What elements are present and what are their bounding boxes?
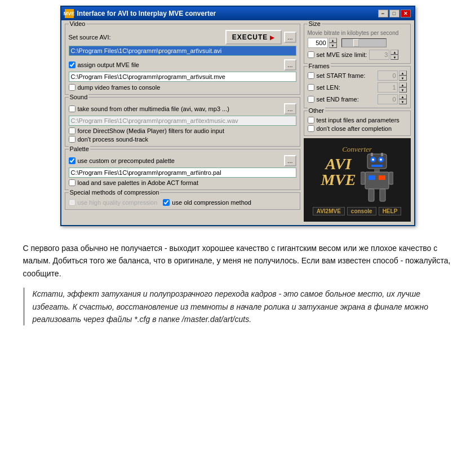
load-save-palette-label: load and save palettes in Adobe ACT form…: [78, 179, 198, 186]
limit-spinner: ▲ ▼: [369, 50, 398, 60]
quote-block: Кстати, эффект затухания и полупрозрачно…: [23, 288, 452, 325]
svg-point-3: [372, 158, 374, 161]
image-links: AVI2MVE console HELP: [313, 207, 402, 215]
sound-file-input[interactable]: [69, 116, 296, 126]
bitrate-input[interactable]: [308, 38, 328, 48]
end-frame-input[interactable]: [378, 94, 398, 104]
special-methods-label: Special methods of compression: [69, 189, 161, 196]
bitrate-spinner: ▲ ▼: [308, 38, 337, 48]
svg-rect-6: [381, 153, 383, 156]
frames-group: Frames set START frame: ▲ ▼ set LEN:: [304, 66, 411, 108]
end-frame-down-button[interactable]: ▼: [399, 99, 407, 104]
svg-rect-9: [365, 172, 389, 189]
bitrate-up-button[interactable]: ▲: [329, 38, 337, 43]
source-browse-button[interactable]: ...: [284, 32, 296, 43]
assign-output-label: assign output MVE file: [78, 61, 139, 68]
palette-group-label: Palette: [69, 146, 90, 152]
mve-text: MVE: [321, 172, 356, 188]
end-frame-up-button[interactable]: ▲: [399, 94, 407, 99]
start-frame-down-button[interactable]: ▼: [399, 76, 407, 81]
special-methods-row: use high quality compression use old com…: [69, 197, 296, 206]
start-frame-spinner: ▲ ▼: [378, 70, 407, 81]
palette-browse-button[interactable]: ...: [284, 155, 296, 166]
len-up-button[interactable]: ▲: [399, 82, 407, 87]
start-frame-spinner-buttons: ▲ ▼: [399, 70, 407, 81]
set-start-frame-label: set START frame:: [317, 72, 375, 79]
dont-process-checkbox[interactable]: [69, 136, 76, 143]
start-frame-row: set START frame: ▲ ▼: [308, 70, 407, 81]
help-link[interactable]: HELP: [379, 207, 402, 215]
len-down-button[interactable]: ▼: [399, 87, 407, 92]
size-limit-row: set MVE size limit: ▲ ▼: [308, 50, 407, 60]
avi2mve-link[interactable]: AVI2MVE: [313, 207, 345, 215]
old-compression-checkbox[interactable]: [163, 199, 170, 206]
title-bar: MVE Interface for AVI to Interplay MVE c…: [61, 7, 414, 20]
minimize-button[interactable]: −: [378, 10, 388, 17]
limit-down-button[interactable]: ▼: [390, 55, 398, 60]
window-title: Interface for AVI to Interplay MVE conve…: [77, 10, 216, 17]
bitrate-spinner-buttons: ▲ ▼: [329, 38, 337, 48]
set-len-checkbox[interactable]: [308, 84, 314, 91]
title-bar-left: MVE Interface for AVI to Interplay MVE c…: [65, 9, 216, 18]
set-size-limit-label: set MVE size limit:: [317, 51, 367, 58]
converter-image: Converter AVI MVE: [304, 138, 411, 222]
test-input-checkbox[interactable]: [308, 117, 314, 124]
assign-output-checkbox[interactable]: [69, 61, 76, 68]
sound-browse-button[interactable]: ...: [284, 103, 296, 114]
limit-input[interactable]: [369, 50, 389, 60]
set-source-label: Set source AVI:: [69, 34, 223, 41]
bitrate-description: Movie bitrate in kilobytes per second: [308, 30, 407, 36]
len-spinner-buttons: ▲ ▼: [399, 82, 407, 92]
special-methods-group: Special methods of compression use high …: [65, 192, 300, 210]
palette-file-input[interactable]: [69, 168, 296, 178]
end-frame-spinner-buttons: ▲ ▼: [399, 94, 407, 104]
svg-rect-12: [361, 172, 365, 184]
maximize-button[interactable]: □: [389, 10, 399, 17]
dont-close-label: don't close after completion: [317, 125, 392, 132]
bitrate-slider[interactable]: [341, 38, 387, 47]
size-group: Size Movie bitrate in kilobytes per seco…: [304, 24, 411, 64]
output-mve-input[interactable]: [69, 72, 296, 82]
close-button[interactable]: ✕: [401, 10, 411, 17]
set-end-frame-label: set END frame:: [317, 96, 375, 103]
execute-button[interactable]: EXECUTE ▶: [225, 30, 282, 45]
set-size-limit-checkbox[interactable]: [308, 51, 314, 58]
len-input[interactable]: [378, 82, 398, 92]
dont-process-label: don't process sound-track: [78, 136, 149, 143]
dump-frames-label: dump video frames to console: [78, 84, 161, 91]
start-frame-up-button[interactable]: ▲: [399, 70, 407, 76]
set-end-frame-checkbox[interactable]: [308, 96, 314, 103]
video-group-label: Video: [69, 20, 87, 27]
set-len-label: set LEN:: [317, 84, 375, 91]
robot-icon: [361, 153, 393, 204]
limit-up-button[interactable]: ▲: [390, 50, 398, 55]
palette-group: Palette use custom or precomputed palett…: [65, 149, 300, 190]
left-panel: Video Set source AVI: EXECUTE ▶ ... assi…: [65, 24, 300, 222]
assign-browse-button[interactable]: ...: [284, 59, 296, 70]
svg-rect-7: [371, 165, 383, 167]
dont-close-checkbox[interactable]: [308, 125, 314, 132]
quote-text: Кстати, эффект затухания и полупрозрачно…: [33, 288, 452, 325]
bitrate-row: ▲ ▼: [308, 38, 407, 48]
load-save-palette-checkbox[interactable]: [69, 179, 76, 186]
other-group-label: Other: [308, 107, 326, 114]
take-sound-checkbox[interactable]: [69, 105, 76, 112]
high-quality-checkbox[interactable]: [69, 199, 76, 206]
svg-rect-13: [389, 172, 393, 184]
slider-thumb: [353, 39, 359, 47]
window-content: Video Set source AVI: EXECUTE ▶ ... assi…: [61, 20, 414, 225]
take-sound-label: take sound from other multimedia file (a…: [78, 105, 229, 112]
source-avi-input[interactable]: [69, 46, 296, 56]
start-frame-input[interactable]: [378, 70, 398, 81]
use-custom-palette-checkbox[interactable]: [69, 157, 76, 164]
main-paragraph: С первого раза обычно не получается - вы…: [23, 242, 452, 280]
end-frame-row: set END frame: ▲ ▼: [308, 94, 407, 104]
set-start-frame-checkbox[interactable]: [308, 72, 314, 79]
bitrate-down-button[interactable]: ▼: [329, 43, 337, 48]
dump-frames-checkbox[interactable]: [69, 84, 76, 91]
console-link[interactable]: console: [347, 207, 376, 215]
len-spinner: ▲ ▼: [378, 82, 407, 92]
svg-rect-5: [371, 153, 373, 156]
sound-group: Sound take sound from other multimedia f…: [65, 97, 300, 147]
force-directshow-checkbox[interactable]: [69, 127, 76, 134]
